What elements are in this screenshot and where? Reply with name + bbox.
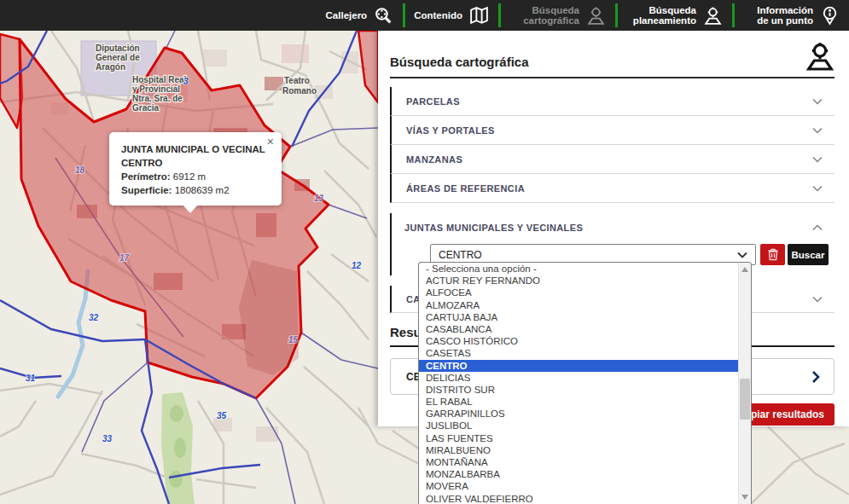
chevron-down-icon [812, 127, 823, 134]
juntas-selected-value: CENTRO [439, 249, 482, 261]
dropdown-option[interactable]: DISTRITO SUR [419, 384, 738, 396]
svg-text:Gracia: Gracia [132, 103, 160, 113]
svg-text:Aragón: Aragón [96, 62, 125, 72]
district-number: 3 [183, 77, 189, 86]
district-number: 31 [26, 374, 36, 383]
buscar-button[interactable]: Buscar [788, 244, 829, 265]
dropdown-option[interactable]: DELICIAS [419, 372, 738, 384]
svg-text:Romano: Romano [282, 86, 317, 96]
diputacion-label: Diputación [96, 43, 140, 53]
district-number: 33 [102, 434, 113, 443]
topbar-item-callejero[interactable]: Callejero [317, 0, 404, 31]
scroll-up-icon[interactable] [741, 267, 748, 272]
district-number: 17 [119, 253, 130, 263]
popup-perimeter: Perímetro: 6912 m [121, 170, 270, 183]
dropdown-option[interactable]: ACTUR REY FERNANDO [419, 275, 738, 287]
dropdown-option[interactable]: GARRAPINILLOS [419, 408, 738, 420]
chevron-down-icon [812, 156, 823, 163]
svg-text:Ntra. Sra. de: Ntra. Sra. de [132, 94, 183, 103]
dropdown-option[interactable]: ALMOZARA [419, 299, 738, 311]
juntas-options-list: - Selecciona una opción - ACTUR REY FERN… [419, 263, 738, 504]
dropdown-option[interactable]: LAS FUENTES [419, 432, 738, 444]
district-number: 35 [217, 411, 227, 420]
topbar-item-informacion-punto[interactable]: Información de un punto [735, 0, 849, 31]
svg-text:y Provincial: y Provincial [132, 84, 180, 94]
district-number: 13 [314, 194, 324, 203]
svg-text:General de: General de [96, 53, 140, 62]
section-manzanas[interactable]: MANZANAS [390, 145, 834, 174]
dropdown-option[interactable]: JUSLIBOL [419, 420, 738, 432]
section-vias-y-portales[interactable]: VÍAS Y PORTALES [390, 116, 834, 145]
dropdown-option[interactable]: EL RABAL [419, 396, 738, 408]
district-number: 18 [75, 165, 85, 175]
district-info-popup: × JUNTA MUNICIPAL O VECINAL CENTRO Perím… [109, 132, 282, 206]
trash-icon [767, 248, 779, 261]
topbar-item-label: Búsqueda cartográfica [509, 5, 579, 26]
dropdown-option[interactable]: MOVERA [419, 480, 738, 492]
dropdown-option[interactable]: - Selecciona una opción - [419, 263, 738, 275]
info-pin-icon [819, 5, 840, 26]
dropdown-option[interactable]: CASCO HISTÓRICO [419, 335, 738, 347]
section-parcelas[interactable]: PARCELAS [390, 87, 834, 116]
dropdown-option[interactable]: CASABLANCA [419, 323, 738, 335]
topbar-item-label: Información de un punto [743, 5, 813, 26]
magnifier-target-icon [373, 5, 394, 26]
topbar-item-busqueda-planeamiento[interactable]: Búsqueda planeamiento [618, 0, 732, 31]
folded-map-icon [468, 5, 490, 26]
dropdown-option[interactable]: MONTAÑANA [419, 456, 738, 468]
dropdown-option[interactable]: ALFOCEA [419, 287, 738, 298]
dropdown-scrollbar[interactable] [738, 263, 751, 504]
topbar-item-contenido[interactable]: Contenido [405, 0, 498, 31]
popup-title-line2: CENTRO [121, 156, 270, 170]
popup-title-line1: JUNTA MUNICIPAL O VECINAL [121, 142, 270, 156]
dropdown-option[interactable]: MIRALBUENO [419, 444, 738, 456]
topbar-item-busqueda-cartografica[interactable]: Búsqueda cartográfica [501, 0, 615, 31]
chevron-down-icon [812, 296, 823, 303]
chevron-right-icon [811, 370, 820, 384]
topbar-item-label: Búsqueda planeamiento [626, 5, 696, 26]
juntas-dropdown: - Selecciona una opción - ACTUR REY FERN… [418, 262, 752, 504]
district-number: 32 [89, 313, 99, 322]
popup-area: Superficie: 1808639 m2 [121, 183, 270, 197]
hospital-label: Hospital Real [132, 75, 187, 84]
dropdown-option[interactable]: OLIVER VALDEFIERRO [419, 493, 738, 504]
chevron-down-icon [812, 185, 823, 192]
scroll-down-icon[interactable] [741, 495, 748, 500]
topbar: Callejero Contenido Búsqueda cartográfic… [0, 0, 849, 31]
district-number: 12 [352, 261, 362, 270]
topbar-item-label: Callejero [326, 10, 368, 21]
dropdown-option[interactable]: MONZALBARBA [419, 468, 738, 480]
section-areas-de-referencia[interactable]: ÁREAS DE REFERENCIA [390, 174, 834, 203]
panel-title: Búsqueda cartográfica [390, 55, 834, 78]
chevron-down-icon [737, 252, 747, 258]
chevron-down-icon [812, 98, 823, 105]
chevron-up-icon [812, 224, 823, 231]
dropdown-option[interactable]: CASETAS [419, 347, 738, 359]
close-icon[interactable]: × [267, 136, 274, 148]
dropdown-option[interactable]: CARTUJA BAJA [419, 311, 738, 323]
map-pin-search-icon [585, 5, 607, 26]
park-inside-district [239, 260, 299, 375]
map-pin-search-icon [702, 5, 724, 26]
topbar-item-label: Contenido [414, 10, 462, 21]
district-number: 15 [288, 335, 299, 345]
map-pin-search-icon [803, 39, 837, 73]
teatro-romano-label: Teatro [284, 76, 310, 85]
delete-selection-button[interactable] [760, 244, 785, 265]
dropdown-option[interactable]: CENTRO [419, 360, 738, 372]
scrollbar-thumb[interactable] [740, 379, 750, 420]
section-juntas-header[interactable]: JUNTAS MUNICIPALES Y VECINALES [392, 213, 834, 242]
